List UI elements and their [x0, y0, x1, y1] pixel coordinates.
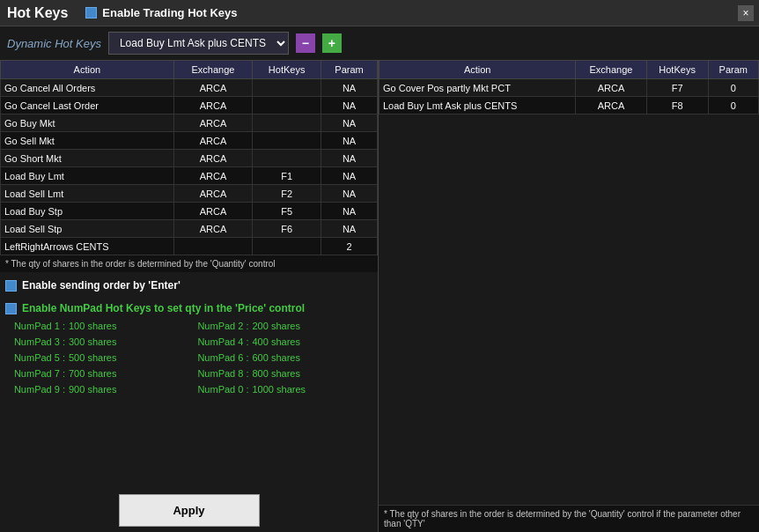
- numpad-row: NumPad 6 : 600 shares: [189, 350, 373, 366]
- apply-section: Apply: [0, 489, 378, 532]
- numpad-row: NumPad 0 : 1000 shares: [189, 381, 373, 397]
- left-action-cell: Load Sell Lmt: [1, 185, 174, 203]
- enable-hotkeys-text: Enable Trading Hot Keys: [102, 6, 237, 19]
- numpad-value-label: 100 shares: [69, 321, 116, 331]
- right-col-param: Param: [708, 61, 758, 79]
- table-row[interactable]: Load Sell Stp ARCA F6 NA: [1, 220, 378, 238]
- enable-hotkeys-checkbox[interactable]: [85, 7, 97, 18]
- numpad-value-label: 400 shares: [253, 336, 300, 347]
- numpad-key-label: NumPad 1 :: [7, 321, 69, 331]
- left-action-cell: LeftRightArrows CENTS: [1, 238, 174, 255]
- right-exchange-cell: ARCA: [576, 97, 646, 115]
- numpad-value-label: 300 shares: [69, 336, 116, 347]
- table-row[interactable]: Load Sell Lmt ARCA F2 NA: [1, 185, 378, 203]
- right-param-cell: 0: [708, 79, 758, 97]
- right-table-body: Go Cover Pos partly Mkt PCT ARCA F7 0 Lo…: [380, 79, 759, 115]
- left-panel: Action Exchange HotKeys Param Go Cancel …: [0, 60, 379, 532]
- left-hotkeys-cell: [253, 79, 321, 97]
- table-row[interactable]: Go Cover Pos partly Mkt PCT ARCA F7 0: [380, 79, 759, 97]
- numpad-row: NumPad 8 : 800 shares: [189, 366, 373, 381]
- left-exchange-cell: [173, 238, 252, 255]
- left-hotkeys-cell: [253, 115, 321, 132]
- table-row[interactable]: Go Buy Mkt ARCA NA: [1, 115, 378, 132]
- left-action-cell: Go Cancel Last Order: [1, 97, 174, 115]
- minus-button[interactable]: −: [296, 33, 315, 53]
- apply-button[interactable]: Apply: [119, 494, 260, 527]
- close-button[interactable]: ×: [738, 5, 754, 21]
- left-col-action: Action: [1, 61, 174, 79]
- numpad-section: Enable NumPad Hot Keys to set qty in the…: [0, 299, 378, 489]
- left-col-hotkeys: HotKeys: [253, 61, 321, 79]
- left-action-cell: Load Sell Stp: [1, 220, 174, 238]
- numpad-value-label: 600 shares: [253, 352, 300, 363]
- numpad-checkbox[interactable]: [5, 303, 17, 314]
- left-exchange-cell: ARCA: [173, 132, 252, 150]
- right-hotkeys-cell: F8: [646, 97, 708, 115]
- left-param-cell: NA: [321, 167, 378, 185]
- plus-button[interactable]: +: [322, 33, 342, 53]
- left-action-cell: Load Buy Stp: [1, 203, 174, 220]
- numpad-row: NumPad 9 : 900 shares: [5, 381, 189, 397]
- left-footnote: * The qty of shares in the order is dete…: [0, 255, 378, 272]
- right-col-action: Action: [380, 61, 576, 79]
- left-exchange-cell: ARCA: [173, 97, 252, 115]
- table-row[interactable]: Go Short Mkt ARCA NA: [1, 150, 378, 167]
- left-exchange-cell: ARCA: [173, 203, 252, 220]
- left-action-cell: Go Buy Mkt: [1, 115, 174, 132]
- left-action-cell: Load Buy Lmt: [1, 167, 174, 185]
- numpad-key-label: NumPad 9 :: [7, 384, 69, 395]
- enable-enter-label: Enable sending order by 'Enter': [22, 279, 181, 292]
- enable-enter-checkbox[interactable]: [5, 280, 17, 292]
- left-param-cell: NA: [321, 97, 378, 115]
- numpad-value-label: 500 shares: [69, 352, 116, 363]
- left-col-param: Param: [321, 61, 378, 79]
- numpad-row: NumPad 3 : 300 shares: [5, 334, 189, 350]
- numpad-row: NumPad 7 : 700 shares: [5, 366, 189, 381]
- left-param-cell: NA: [321, 79, 378, 97]
- numpad-grid: NumPad 1 : 100 shares NumPad 2 : 200 sha…: [5, 318, 372, 397]
- left-action-cell: Go Cancel All Orders: [1, 79, 174, 97]
- right-table-area: Action Exchange HotKeys Param Go Cover P…: [379, 60, 759, 505]
- dynamic-label: Dynamic Hot Keys: [7, 37, 101, 50]
- numpad-title: Enable NumPad Hot Keys to set qty in the…: [22, 302, 305, 314]
- left-param-cell: NA: [321, 220, 378, 238]
- left-param-cell: NA: [321, 132, 378, 150]
- left-param-cell: 2: [321, 238, 378, 255]
- left-exchange-cell: ARCA: [173, 220, 252, 238]
- left-exchange-cell: ARCA: [173, 79, 252, 97]
- table-row[interactable]: Go Cancel Last Order ARCA NA: [1, 97, 378, 115]
- table-row[interactable]: Load Buy Lmt Ask plus CENTS ARCA F8 0: [380, 97, 759, 115]
- table-row[interactable]: Load Buy Lmt ARCA F1 NA: [1, 167, 378, 185]
- left-hotkeys-cell: [253, 238, 321, 255]
- left-table-body: Go Cancel All Orders ARCA NA Go Cancel L…: [1, 79, 378, 255]
- numpad-key-label: NumPad 2 :: [191, 321, 253, 331]
- enable-hotkeys-label[interactable]: Enable Trading Hot Keys: [85, 6, 237, 19]
- right-table: Action Exchange HotKeys Param Go Cover P…: [379, 60, 759, 115]
- numpad-key-label: NumPad 8 :: [191, 368, 253, 379]
- numpad-row: NumPad 1 : 100 shares: [5, 318, 189, 334]
- numpad-value-label: 1000 shares: [253, 384, 306, 395]
- numpad-row: NumPad 2 : 200 shares: [189, 318, 373, 334]
- left-hotkeys-cell: F1: [253, 167, 321, 185]
- numpad-title-row[interactable]: Enable NumPad Hot Keys to set qty in the…: [5, 302, 372, 314]
- numpad-key-label: NumPad 3 :: [7, 336, 69, 347]
- left-exchange-cell: ARCA: [173, 115, 252, 132]
- left-table: Action Exchange HotKeys Param Go Cancel …: [0, 60, 378, 255]
- table-row[interactable]: Go Cancel All Orders ARCA NA: [1, 79, 378, 97]
- left-action-cell: Go Short Mkt: [1, 150, 174, 167]
- table-row[interactable]: LeftRightArrows CENTS 2: [1, 238, 378, 255]
- dynamic-select[interactable]: Load Buy Lmt Ask plus CENTS: [108, 32, 289, 55]
- main-layout: Action Exchange HotKeys Param Go Cancel …: [0, 60, 759, 532]
- left-param-cell: NA: [321, 203, 378, 220]
- left-param-cell: NA: [321, 150, 378, 167]
- enable-enter-section[interactable]: Enable sending order by 'Enter': [0, 272, 378, 299]
- table-row[interactable]: Go Sell Mkt ARCA NA: [1, 132, 378, 150]
- numpad-value-label: 700 shares: [69, 368, 116, 379]
- right-col-hotkeys: HotKeys: [646, 61, 708, 79]
- left-exchange-cell: ARCA: [173, 167, 252, 185]
- left-action-cell: Go Sell Mkt: [1, 132, 174, 150]
- table-row[interactable]: Load Buy Stp ARCA F5 NA: [1, 203, 378, 220]
- numpad-key-label: NumPad 4 :: [191, 336, 253, 347]
- window-title: Hot Keys: [7, 5, 68, 21]
- numpad-key-label: NumPad 5 :: [7, 352, 69, 363]
